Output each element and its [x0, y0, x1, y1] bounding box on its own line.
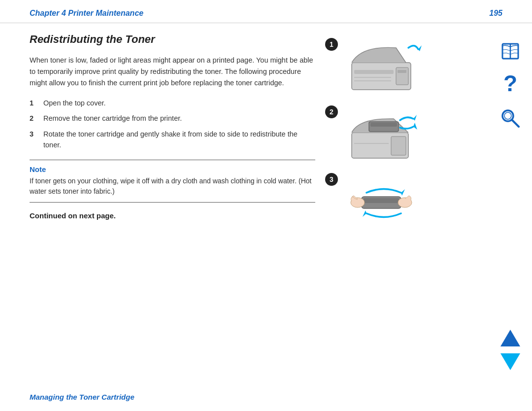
steps-list: 1 Open the top cover. 2 Remove the toner…: [30, 98, 315, 151]
illustrations-column: 1: [325, 33, 433, 234]
svg-rect-13: [391, 137, 406, 155]
step-2: 2 Remove the toner cartridge from the pr…: [30, 113, 315, 124]
step-1-image: [342, 38, 433, 99]
main-content: Redistributing the Toner When toner is l…: [0, 23, 532, 243]
continued-text: Continued on next page.: [30, 211, 315, 220]
step-1-num: 1: [30, 98, 38, 109]
step-3-bubble: 3: [325, 173, 338, 186]
svg-line-24: [512, 120, 519, 127]
step-2-bubble: 2: [325, 105, 338, 118]
note-label: Note: [30, 165, 315, 173]
svg-text:?: ?: [503, 72, 517, 96]
page-title: Redistributing the Toner: [30, 33, 315, 46]
note-text: If toner gets on your clothing, wipe it …: [30, 176, 315, 197]
step-2-illustration: 2: [325, 105, 433, 166]
svg-rect-15: [364, 198, 399, 203]
search-icon-button[interactable]: [499, 106, 522, 130]
book-icon-button[interactable]: [499, 39, 522, 63]
nav-arrows: [499, 328, 522, 372]
page-footer: Managing the Toner Cartridge: [30, 393, 134, 401]
step-3-num: 3: [30, 129, 38, 151]
next-page-button[interactable]: [499, 352, 522, 372]
note-section: Note If toner gets on your clothing, wip…: [30, 160, 315, 203]
step-2-num: 2: [30, 113, 38, 124]
help-icon-button[interactable]: ?: [499, 73, 522, 97]
step-3: 3 Rotate the toner cartridge and gently …: [30, 129, 315, 151]
svg-rect-1: [354, 70, 394, 74]
svg-marker-19: [363, 210, 366, 217]
step-2-image: [342, 105, 433, 166]
page-header: Chapter 4 Printer Maintenance 195: [0, 0, 532, 23]
svg-marker-10: [413, 115, 417, 121]
prev-page-button[interactable]: [499, 328, 522, 348]
sidebar-icons: ?: [499, 39, 522, 130]
svg-marker-27: [500, 353, 520, 370]
step-1-illustration: 1: [325, 38, 433, 99]
svg-marker-26: [500, 330, 520, 346]
svg-marker-18: [401, 189, 405, 196]
svg-point-25: [504, 112, 511, 119]
svg-marker-4: [418, 45, 422, 51]
text-column: Redistributing the Toner When toner is l…: [30, 33, 315, 234]
chapter-title: Chapter 4 Printer Maintenance: [30, 9, 143, 18]
intro-paragraph: When toner is low, faded or light areas …: [30, 55, 315, 89]
footer-text: Managing the Toner Cartridge: [30, 393, 134, 401]
page-number: 195: [489, 9, 502, 18]
step-3-text: Rotate the toner cartridge and gently sh…: [43, 129, 315, 151]
step-1-bubble: 1: [325, 38, 338, 51]
step-3-illustration: 3: [325, 173, 433, 234]
svg-rect-9: [370, 123, 397, 127]
step-1: 1 Open the top cover.: [30, 98, 315, 109]
step-3-image: [342, 173, 433, 234]
step-2-text: Remove the toner cartridge from the prin…: [43, 113, 182, 124]
svg-rect-3: [398, 70, 406, 73]
step-1-text: Open the top cover.: [43, 98, 106, 109]
svg-marker-11: [413, 123, 417, 130]
